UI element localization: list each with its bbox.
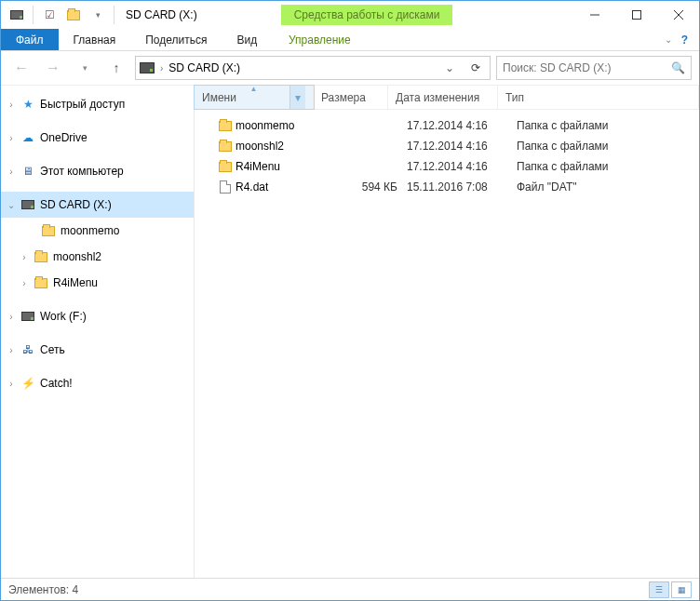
file-date: 15.11.2016 7:08	[407, 180, 517, 194]
properties-checkbox-icon[interactable]: ☑	[39, 5, 60, 25]
file-date: 17.12.2014 4:16	[407, 119, 517, 132]
tree-label: Сеть	[38, 343, 65, 356]
titlebar: ☑ ▾ SD CARD (X:) Средства работы с диска…	[1, 1, 699, 29]
drive-icon	[7, 5, 27, 25]
contextual-tab-header: Средства работы с дисками	[281, 5, 453, 25]
icons-view-button[interactable]: ▦	[671, 581, 692, 598]
column-date[interactable]: Дата изменения	[388, 86, 498, 109]
nav-row: ← → ▾ ↑ › ⌄ ⟳ 🔍	[1, 51, 699, 85]
recent-locations-button[interactable]: ▾	[72, 55, 98, 81]
expand-icon[interactable]: ›	[5, 100, 18, 110]
help-icon[interactable]: ?	[681, 33, 688, 47]
column-label: Дата изменения	[396, 91, 479, 104]
expand-icon[interactable]: ›	[5, 345, 18, 355]
up-button[interactable]: ↑	[103, 55, 129, 81]
details-view-button[interactable]: ☰	[649, 581, 669, 598]
back-button[interactable]: ←	[8, 55, 34, 81]
file-name: R4iMenu	[236, 160, 338, 173]
folder-icon	[219, 141, 232, 152]
separator	[33, 6, 34, 24]
tree-network[interactable]: › 🖧 Сеть	[1, 337, 194, 363]
address-chevron-icon[interactable]: ›	[160, 63, 163, 73]
forward-button[interactable]: →	[40, 55, 66, 81]
tree-pane[interactable]: › ★ Быстрый доступ › ☁ OneDrive › 🖥 Этот…	[1, 86, 195, 578]
catch-icon: ⚡	[20, 377, 36, 390]
file-type: Папка с файлами	[517, 160, 609, 173]
minimize-button[interactable]	[573, 1, 615, 29]
collapse-icon[interactable]: ⌄	[5, 200, 18, 210]
column-label: Тип	[505, 91, 524, 104]
file-row[interactable]: R4.dat594 КБ15.11.2016 7:08Файл "DAT"	[195, 177, 699, 197]
tab-share[interactable]: Поделиться	[130, 29, 222, 50]
tree-this-pc[interactable]: › 🖥 Этот компьютер	[1, 158, 194, 184]
tab-home[interactable]: Главная	[59, 29, 131, 50]
column-name[interactable]: ▲ Имени ▾	[195, 86, 314, 109]
tab-manage[interactable]: Управление	[261, 29, 379, 50]
file-name: moonmemo	[236, 119, 338, 132]
maximize-button[interactable]	[615, 1, 657, 29]
expand-icon[interactable]: ›	[5, 379, 18, 389]
folder-icon	[33, 278, 49, 288]
address-bar[interactable]: › ⌄ ⟳	[135, 56, 491, 80]
separator	[114, 6, 114, 24]
folder-icon	[40, 226, 57, 236]
address-input[interactable]	[168, 61, 434, 74]
file-size: 594 КБ	[338, 180, 407, 194]
tab-file[interactable]: Файл	[1, 29, 59, 50]
column-type[interactable]: Тип	[498, 86, 699, 109]
window-title: SD CARD (X:)	[122, 8, 197, 21]
tree-work-drive[interactable]: › Work (F:)	[1, 303, 194, 329]
tree-label: Catch!	[38, 377, 73, 390]
column-filter-icon[interactable]: ▾	[289, 86, 305, 109]
file-row[interactable]: moonmemo17.12.2014 4:16Папка с файлами	[195, 115, 699, 136]
ribbon-tabs: Файл Главная Поделиться Вид Управление ⌄…	[1, 29, 699, 51]
qat: ☑ ▾	[1, 5, 122, 25]
column-size[interactable]: Размера	[314, 86, 388, 109]
qat-dropdown-icon[interactable]: ▾	[88, 5, 108, 25]
file-type: Файл "DAT"	[517, 180, 576, 194]
tree-quick-access[interactable]: › ★ Быстрый доступ	[1, 91, 194, 117]
expand-icon[interactable]: ›	[5, 133, 18, 143]
file-type: Папка с файлами	[517, 119, 609, 132]
tree-folder-r4imenu[interactable]: › R4iMenu	[1, 270, 194, 296]
file-row[interactable]: R4iMenu17.12.2014 4:16Папка с файлами	[195, 156, 699, 177]
close-button[interactable]	[657, 1, 699, 29]
tree-onedrive[interactable]: › ☁ OneDrive	[1, 125, 194, 151]
tree-sdcard[interactable]: ⌄ SD CARD (X:)	[1, 192, 194, 218]
ribbon-expand-icon[interactable]: ⌄	[665, 34, 672, 45]
drive-icon	[20, 312, 36, 321]
expand-icon[interactable]: ›	[18, 252, 31, 262]
file-name: moonshl2	[236, 140, 338, 153]
drive-icon	[20, 200, 36, 209]
tree-folder-moonmemo[interactable]: moonmemo	[1, 218, 194, 244]
file-date: 17.12.2014 4:16	[407, 140, 517, 153]
content-area: › ★ Быстрый доступ › ☁ OneDrive › 🖥 Этот…	[1, 85, 699, 578]
file-list-area: ▲ Имени ▾ Размера Дата изменения Тип moo…	[195, 86, 699, 578]
tree-label: moonmemo	[59, 224, 119, 237]
column-headers: ▲ Имени ▾ Размера Дата изменения Тип	[195, 86, 699, 110]
search-icon[interactable]: 🔍	[671, 61, 685, 74]
file-row[interactable]: moonshl217.12.2014 4:16Папка с файлами	[195, 136, 699, 156]
column-label: Имени	[202, 91, 236, 104]
address-dropdown-icon[interactable]: ⌄	[439, 61, 460, 74]
tree-catch[interactable]: › ⚡ Catch!	[1, 370, 194, 396]
file-rows: moonmemo17.12.2014 4:16Папка с файламиmo…	[195, 110, 699, 578]
tree-label: Быстрый доступ	[38, 98, 125, 111]
folder-icon	[219, 121, 232, 131]
search-input[interactable]	[503, 61, 671, 74]
refresh-button[interactable]: ⟳	[465, 61, 486, 74]
file-name: R4.dat	[236, 180, 338, 194]
search-box[interactable]: 🔍	[496, 56, 692, 80]
folder-icon	[219, 162, 232, 172]
expand-icon[interactable]: ›	[5, 167, 18, 177]
pc-icon: 🖥	[20, 165, 36, 178]
status-bar: Элементов: 4 ☰ ▦	[1, 578, 699, 600]
new-folder-icon[interactable]	[63, 5, 84, 25]
expand-icon[interactable]: ›	[18, 278, 31, 288]
file-type: Папка с файлами	[517, 140, 609, 153]
file-icon	[220, 180, 231, 194]
column-label: Размера	[321, 91, 366, 104]
expand-icon[interactable]: ›	[5, 312, 18, 322]
item-count: Элементов: 4	[8, 583, 78, 596]
tree-folder-moonshl2[interactable]: › moonshl2	[1, 244, 194, 270]
